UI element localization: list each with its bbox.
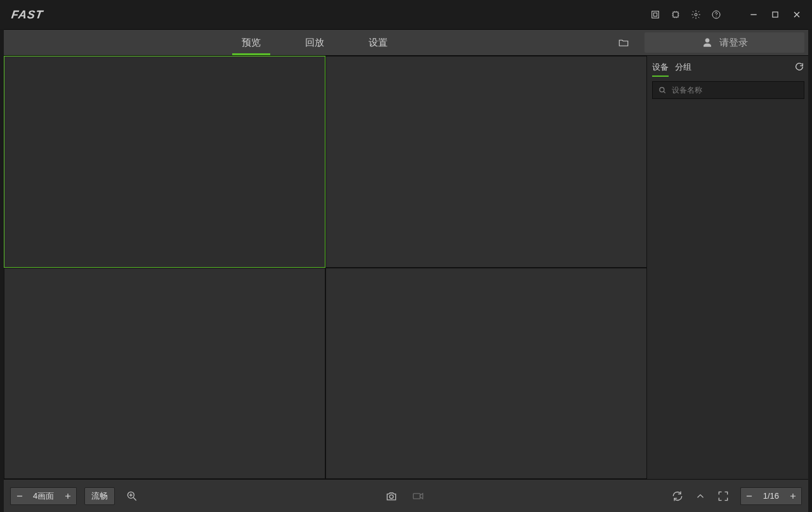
record-icon[interactable] <box>409 487 428 506</box>
svg-point-7 <box>660 88 664 92</box>
svg-rect-0 <box>652 11 659 18</box>
fullscreen-icon[interactable] <box>714 487 733 506</box>
page-next-button[interactable] <box>784 487 802 505</box>
header-row: 预览 回放 设置 请登录 <box>4 29 808 56</box>
search-icon <box>658 86 667 95</box>
svg-point-9 <box>390 494 393 498</box>
folder-icon[interactable] <box>610 30 637 55</box>
video-cell[interactable] <box>4 56 325 268</box>
main-area: 设备 分组 <box>0 56 812 479</box>
close-button[interactable] <box>790 8 803 21</box>
cycle-icon[interactable] <box>668 487 687 506</box>
sidebar-tab-group[interactable]: 分组 <box>675 59 691 75</box>
page-indicator: 1/16 <box>758 487 784 505</box>
device-search-box[interactable] <box>652 81 804 99</box>
zoom-in-icon[interactable] <box>122 487 141 506</box>
screenshot-icon[interactable] <box>650 9 661 20</box>
svg-point-5 <box>716 16 716 17</box>
device-search-input[interactable] <box>672 86 799 95</box>
layout-label: 4画面 <box>28 487 59 505</box>
minimize-button[interactable] <box>747 8 760 21</box>
device-sidebar: 设备 分组 <box>647 56 808 479</box>
main-tabs: 预览 回放 设置 <box>219 30 410 55</box>
svg-rect-1 <box>653 13 657 16</box>
cpu-icon[interactable] <box>670 9 681 20</box>
login-label: 请登录 <box>719 37 748 49</box>
titlebar-icon-group <box>650 8 803 21</box>
sidebar-tab-device[interactable]: 设备 <box>652 59 669 75</box>
video-cell[interactable] <box>4 268 325 480</box>
camera-icon[interactable] <box>382 487 401 506</box>
quality-button[interactable]: 流畅 <box>84 487 115 505</box>
footer-toolbar: 4画面 流畅 1/16 <box>4 479 808 512</box>
title-bar: FAST <box>0 0 812 29</box>
svg-point-3 <box>695 13 697 16</box>
svg-rect-6 <box>773 12 778 17</box>
sidebar-tabs: 设备 分组 <box>652 57 804 77</box>
maximize-button[interactable] <box>769 8 782 21</box>
chevron-up-icon[interactable] <box>695 487 706 506</box>
video-cell[interactable] <box>325 56 647 268</box>
layout-decrease-button[interactable] <box>10 487 28 505</box>
tab-settings[interactable]: 设置 <box>346 30 410 55</box>
svg-rect-10 <box>413 493 420 498</box>
tab-preview[interactable]: 预览 <box>219 30 283 55</box>
refresh-icon[interactable] <box>794 62 804 74</box>
app-logo: FAST <box>11 8 44 22</box>
tab-playback[interactable]: 回放 <box>283 30 346 55</box>
layout-stepper: 4画面 <box>10 487 77 505</box>
video-cell[interactable] <box>325 268 647 480</box>
login-button[interactable]: 请登录 <box>645 32 804 53</box>
help-icon[interactable] <box>710 9 722 20</box>
gear-icon[interactable] <box>690 9 702 20</box>
page-stepper: 1/16 <box>740 487 802 505</box>
video-grid <box>4 56 647 479</box>
svg-rect-2 <box>673 12 678 17</box>
page-prev-button[interactable] <box>740 487 758 505</box>
layout-increase-button[interactable] <box>59 487 77 505</box>
